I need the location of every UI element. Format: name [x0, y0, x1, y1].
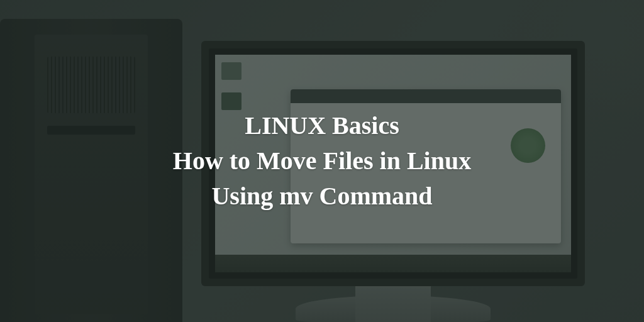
title-container: LINUX Basics How to Move Files in Linux …: [0, 0, 644, 322]
title-line-1: LINUX Basics: [245, 109, 399, 142]
title-line-3: Using mv Command: [211, 180, 432, 213]
title-line-2: How to Move Files in Linux: [173, 145, 471, 177]
